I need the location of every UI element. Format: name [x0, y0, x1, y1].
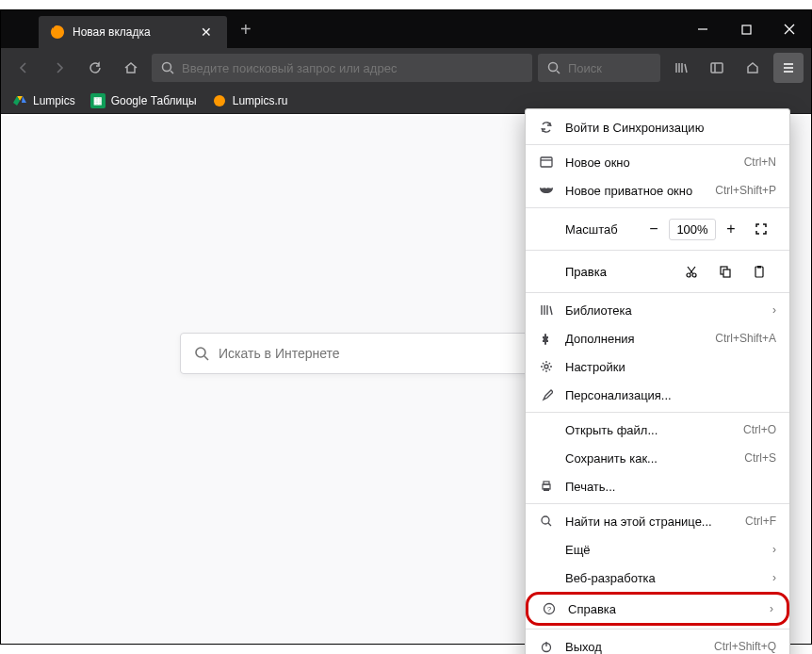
svg-rect-34	[544, 488, 549, 491]
svg-point-7	[549, 63, 558, 72]
tab-close-button[interactable]: ✕	[197, 25, 216, 40]
chevron-right-icon: ›	[770, 602, 773, 615]
svg-point-18	[214, 95, 225, 106]
url-input[interactable]	[182, 61, 523, 75]
back-button[interactable]	[8, 53, 39, 83]
zoom-out-button[interactable]: −	[639, 216, 669, 242]
search-icon	[547, 61, 560, 74]
menu-separator	[526, 503, 789, 504]
svg-point-31	[544, 365, 548, 368]
menu-addons[interactable]: Дополнения Ctrl+Shift+A	[526, 324, 789, 352]
menu-separator	[526, 629, 789, 629]
toolbar	[1, 48, 811, 88]
puzzle-icon	[539, 331, 554, 346]
svg-point-19	[196, 348, 205, 357]
menu-button[interactable]	[773, 53, 804, 83]
menu-separator	[526, 144, 789, 145]
svg-line-20	[204, 356, 208, 360]
svg-rect-2	[742, 25, 751, 34]
bookmark-item[interactable]: Lumpics	[12, 93, 75, 108]
menu-separator	[526, 292, 789, 293]
svg-point-35	[542, 516, 549, 524]
gear-icon	[539, 359, 554, 374]
mask-icon	[539, 183, 554, 198]
menu-customize[interactable]: Персонализация...	[526, 381, 789, 409]
menu-find[interactable]: Найти на этой странице... Ctrl+F	[526, 507, 789, 535]
svg-rect-33	[544, 482, 549, 484]
chevron-right-icon: ›	[772, 303, 776, 317]
menu-webdev[interactable]: Веб-разработка ›	[526, 564, 789, 592]
search-icon	[194, 346, 209, 361]
url-bar[interactable]	[152, 54, 532, 82]
svg-line-6	[171, 71, 173, 74]
fullscreen-button[interactable]	[746, 216, 776, 242]
bookmark-label: Lumpics.ru	[233, 94, 288, 107]
menu-print[interactable]: Печать...	[526, 472, 789, 500]
bookmark-label: Lumpics	[33, 94, 75, 107]
menu-more[interactable]: Ещё ›	[526, 535, 789, 564]
zoom-in-button[interactable]: +	[716, 216, 746, 242]
window-controls	[681, 10, 811, 48]
svg-text:?: ?	[547, 605, 552, 613]
site-icon	[212, 93, 227, 108]
search-input[interactable]	[568, 61, 651, 75]
menu-quit[interactable]: Выход Ctrl+Shift+Q	[526, 632, 789, 654]
tab-title: Новая вкладка	[73, 25, 189, 39]
menu-edit: Правка	[526, 253, 789, 289]
find-icon	[539, 514, 554, 529]
drive-icon	[12, 93, 27, 108]
search-bar[interactable]	[538, 54, 660, 82]
bookmark-item[interactable]: ▦ Google Таблицы	[90, 93, 197, 108]
svg-line-8	[557, 71, 560, 74]
cut-button[interactable]	[674, 258, 708, 285]
svg-rect-21	[541, 157, 552, 167]
minimize-button[interactable]	[681, 10, 724, 48]
menu-help[interactable]: ? Справка ›	[526, 592, 789, 626]
zoom-value: 100%	[669, 219, 716, 240]
browser-tab[interactable]: Новая вкладка ✕	[39, 16, 227, 48]
bookmark-label: Google Таблицы	[111, 94, 197, 107]
chevron-right-icon: ›	[772, 571, 776, 584]
sync-icon	[539, 120, 554, 135]
svg-rect-9	[711, 63, 723, 73]
sidebar-button[interactable]	[702, 53, 732, 83]
menu-sync[interactable]: Войти в Синхронизацию	[526, 113, 789, 141]
titlebar: Новая вкладка ✕ +	[1, 10, 811, 48]
library-button[interactable]	[666, 53, 696, 83]
search-icon	[161, 61, 174, 74]
menu-separator	[526, 250, 789, 251]
menu-save-as[interactable]: Сохранить как... Ctrl+S	[526, 444, 789, 472]
brush-icon	[539, 387, 554, 402]
paste-button[interactable]	[742, 258, 776, 285]
help-icon: ?	[542, 601, 557, 616]
extensions-button[interactable]	[738, 53, 768, 83]
menu-separator	[526, 207, 789, 208]
menu-zoom: Масштаб − 100% +	[526, 211, 789, 247]
app-menu: Войти в Синхронизацию Новое окно Ctrl+N …	[525, 108, 790, 654]
svg-marker-16	[22, 96, 26, 103]
reload-button[interactable]	[80, 53, 110, 83]
window-icon	[539, 155, 554, 170]
svg-rect-29	[755, 267, 763, 277]
chevron-right-icon: ›	[772, 543, 776, 556]
library-icon	[539, 302, 554, 318]
menu-new-private[interactable]: Новое приватное окно Ctrl+Shift+P	[526, 176, 789, 204]
bookmark-item[interactable]: Lumpics.ru	[212, 93, 288, 108]
sheets-icon: ▦	[90, 93, 106, 108]
menu-settings[interactable]: Настройки	[526, 352, 789, 381]
forward-button[interactable]	[44, 53, 74, 83]
close-button[interactable]	[768, 10, 811, 48]
svg-line-36	[548, 523, 551, 526]
menu-separator	[526, 412, 789, 413]
copy-button[interactable]	[708, 258, 742, 285]
firefox-icon	[50, 25, 65, 40]
menu-library[interactable]: Библиотека ›	[526, 296, 789, 324]
home-button[interactable]	[116, 53, 146, 83]
new-tab-button[interactable]: +	[227, 19, 265, 41]
menu-new-window[interactable]: Новое окно Ctrl+N	[526, 148, 789, 176]
menu-open-file[interactable]: Открыть файл... Ctrl+O	[526, 416, 789, 444]
maximize-button[interactable]	[724, 10, 768, 48]
svg-rect-28	[723, 270, 730, 277]
browser-window: Новая вкладка ✕ + Lumpics	[0, 9, 812, 645]
power-icon	[539, 639, 554, 654]
